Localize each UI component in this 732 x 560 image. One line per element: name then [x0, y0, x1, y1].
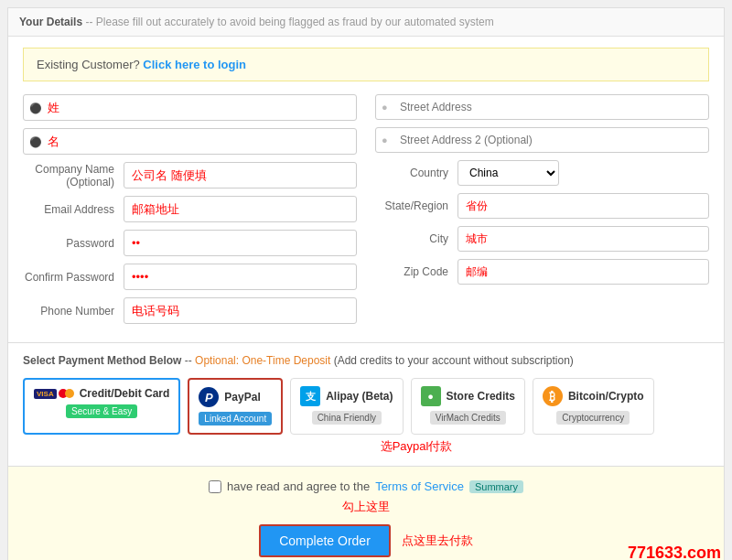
street-address2-wrapper: ●	[375, 127, 709, 153]
street-address-input[interactable]	[375, 94, 709, 120]
last-name-input[interactable]	[23, 128, 357, 155]
phone-input[interactable]	[124, 297, 357, 324]
alipay-top: 支 Alipay (Beta)	[300, 386, 393, 406]
street-address2-input[interactable]	[375, 127, 709, 153]
linked-badge: Linked Account	[199, 412, 272, 425]
existing-customer-box: Existing Customer? Click here to login	[23, 48, 709, 81]
location-icon: ●	[382, 135, 388, 145]
existing-customer-text: Existing Customer?	[37, 58, 140, 71]
payment-description: (Add credits to your account without sub…	[334, 354, 574, 367]
visa-icon: VISA	[34, 389, 57, 399]
payment-section: Select Payment Method Below -- Optional:…	[8, 343, 724, 467]
phone-group: Phone Number	[23, 297, 357, 324]
credit-card-option[interactable]: VISA Credit/Debit Card Secure & Easy	[23, 378, 180, 435]
zip-label: Zip Code	[375, 265, 458, 278]
person-icon: ⚫	[29, 102, 42, 113]
last-name-wrapper: ⚫	[23, 128, 357, 155]
password-group: Password	[23, 230, 357, 256]
terms-row: have read and agree to the Terms of Serv…	[209, 479, 523, 493]
street-address2-group: ●	[375, 127, 709, 153]
paypal-badge: Linked Account	[199, 411, 272, 425]
bitcoin-badge: Cryptocurrency	[543, 410, 644, 425]
store-credits-option[interactable]: ● Store Credits VirMach Credits	[411, 378, 525, 435]
building-icon: ●	[382, 102, 388, 113]
city-label: City	[375, 232, 458, 245]
first-name-input[interactable]	[23, 94, 357, 121]
person-icon-2: ⚫	[29, 135, 42, 147]
terms-section: have read and agree to the Terms of Serv…	[8, 467, 724, 560]
login-link[interactable]: Click here to login	[143, 58, 246, 71]
bitcoin-top: ₿ Bitcoin/Crypto	[543, 386, 644, 406]
last-name-group: ⚫	[23, 128, 357, 155]
credit-card-top: VISA Credit/Debit Card	[34, 387, 169, 400]
email-input[interactable]	[124, 196, 357, 222]
form-layout: ⚫ ⚫ Company Name(Optional)	[23, 94, 709, 331]
bitcoin-icon: ₿	[543, 386, 563, 406]
street-address-group: ●	[375, 94, 709, 120]
page-title: Your Details	[19, 16, 82, 28]
bitcoin-option[interactable]: ₿ Bitcoin/Crypto Cryptocurrency	[533, 378, 654, 435]
page-subtitle: Please fill out accurately to avoid bein…	[96, 16, 494, 28]
city-input[interactable]	[458, 226, 709, 252]
payment-header: Select Payment Method Below -- Optional:…	[23, 354, 709, 367]
first-name-group: ⚫	[23, 94, 357, 121]
paypal-option[interactable]: P PayPal Linked Account	[188, 378, 283, 435]
confirm-password-label: Confirm Password	[23, 271, 124, 284]
tick-annotation: 勾上这里	[342, 499, 390, 515]
email-label: Email Address	[23, 203, 124, 216]
credit-card-badge: Secure & Easy	[34, 404, 169, 418]
details-section: Existing Customer? Click here to login ⚫	[8, 37, 724, 343]
payment-methods: VISA Credit/Debit Card Secure & Easy	[23, 378, 709, 435]
paypal-label: PayPal	[224, 391, 260, 404]
password-label: Password	[23, 237, 124, 250]
crypto-badge: Cryptocurrency	[556, 411, 630, 425]
virmach-badge: VirMach Credits	[430, 411, 506, 425]
country-select[interactable]: China United States Other	[458, 160, 559, 186]
state-group: State/Region	[375, 193, 709, 219]
company-input[interactable]	[124, 162, 357, 188]
alipay-badge: China Friendly	[300, 410, 393, 425]
password-wrapper	[124, 230, 357, 256]
terms-checkbox[interactable]	[209, 480, 221, 493]
alipay-icon: 支	[300, 386, 320, 406]
credit-card-label: Credit/Debit Card	[80, 387, 170, 400]
credit-card-icon: VISA	[34, 389, 74, 399]
terms-text: have read and agree to the	[227, 479, 370, 493]
form-right-col: ● ● Country	[375, 94, 709, 331]
password-input[interactable]	[124, 230, 357, 256]
order-row: Complete Order 点这里去付款	[259, 524, 473, 557]
confirm-password-input[interactable]	[124, 264, 357, 290]
store-credits-badge: VirMach Credits	[421, 410, 515, 425]
section-header: Your Details -- Please fill out accurate…	[8, 8, 724, 37]
phone-wrapper	[124, 297, 357, 324]
form-left-col: ⚫ ⚫ Company Name(Optional)	[23, 94, 357, 331]
terms-link[interactable]: Terms of Service	[375, 479, 464, 493]
confirm-password-group: Confirm Password	[23, 264, 357, 290]
alipay-label: Alipay (Beta)	[326, 390, 393, 403]
paypal-annotation: 选Paypal付款	[23, 438, 709, 455]
company-wrapper	[124, 162, 357, 188]
paypal-icon: P	[199, 387, 219, 407]
complete-order-button[interactable]: Complete Order	[259, 524, 391, 557]
mastercard-icon	[59, 389, 74, 398]
state-input[interactable]	[458, 193, 709, 219]
bitcoin-label: Bitcoin/Crypto	[568, 390, 644, 403]
email-group: Email Address	[23, 196, 357, 222]
secure-badge: Secure & Easy	[66, 404, 137, 418]
store-icon: ●	[421, 386, 441, 406]
zip-input[interactable]	[458, 259, 709, 285]
zip-group: Zip Code	[375, 259, 709, 285]
store-credits-top: ● Store Credits	[421, 386, 515, 406]
china-badge: China Friendly	[312, 411, 382, 425]
store-credits-label: Store Credits	[447, 390, 515, 403]
phone-label: Phone Number	[23, 305, 124, 318]
country-group: Country China United States Other	[375, 160, 709, 186]
alipay-option[interactable]: 支 Alipay (Beta) China Friendly	[290, 378, 403, 435]
confirm-password-wrapper	[124, 264, 357, 290]
paypal-top: P PayPal	[199, 387, 272, 407]
company-label: Company Name(Optional)	[23, 163, 124, 188]
watermark: 771633.com	[628, 544, 721, 560]
street-address-wrapper: ●	[375, 94, 709, 120]
payment-optional: Optional: One-Time Deposit	[195, 354, 330, 367]
first-name-wrapper: ⚫	[23, 94, 357, 121]
